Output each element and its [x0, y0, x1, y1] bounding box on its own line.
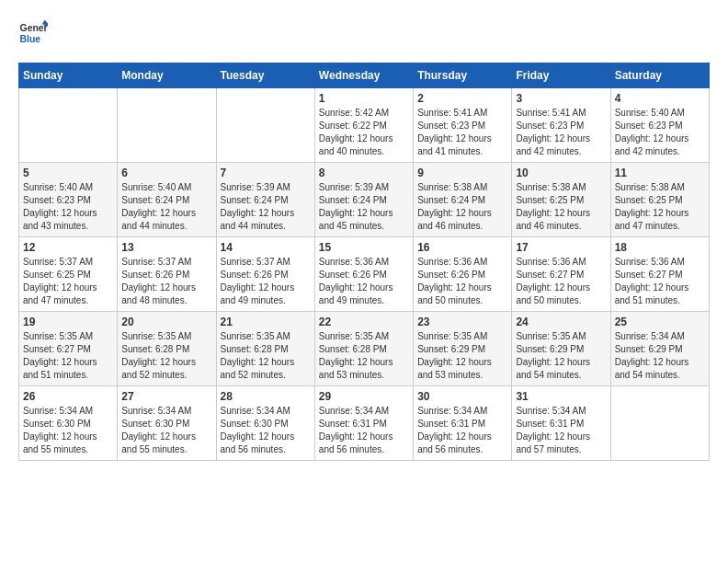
header-day-tuesday: Tuesday: [216, 63, 314, 88]
day-number: 5: [23, 167, 113, 179]
logo: General Blue: [18, 18, 48, 48]
calendar-day-30: 30Sunrise: 5:34 AMSunset: 6:31 PMDayligh…: [414, 386, 512, 461]
logo-icon: General Blue: [18, 18, 48, 48]
calendar-day-1: 1Sunrise: 5:42 AMSunset: 6:22 PMDaylight…: [314, 88, 413, 163]
header-day-wednesday: Wednesday: [314, 63, 413, 88]
calendar-day-13: 13Sunrise: 5:37 AMSunset: 6:26 PMDayligh…: [118, 237, 216, 312]
calendar-week-2: 5Sunrise: 5:40 AMSunset: 6:23 PMDaylight…: [19, 163, 710, 237]
day-number: 28: [221, 390, 311, 403]
calendar-day-22: 22Sunrise: 5:35 AMSunset: 6:28 PMDayligh…: [314, 312, 413, 386]
day-info: Sunrise: 5:40 AMSunset: 6:24 PMDaylight:…: [121, 181, 211, 233]
svg-text:General: General: [20, 23, 48, 33]
page-header: General Blue: [18, 18, 710, 48]
calendar-day-25: 25Sunrise: 5:34 AMSunset: 6:29 PMDayligh…: [610, 312, 709, 386]
header-day-friday: Friday: [512, 63, 610, 88]
calendar-day-29: 29Sunrise: 5:34 AMSunset: 6:31 PMDayligh…: [314, 386, 413, 461]
day-number: 4: [615, 92, 705, 105]
day-info: Sunrise: 5:34 AMSunset: 6:29 PMDaylight:…: [615, 330, 705, 382]
day-info: Sunrise: 5:38 AMSunset: 6:25 PMDaylight:…: [516, 181, 606, 233]
day-info: Sunrise: 5:36 AMSunset: 6:26 PMDaylight:…: [319, 256, 409, 307]
day-info: Sunrise: 5:34 AMSunset: 6:31 PMDaylight:…: [319, 405, 409, 456]
empty-cell: [19, 88, 118, 163]
day-number: 6: [121, 167, 211, 179]
day-number: 25: [615, 316, 705, 328]
day-info: Sunrise: 5:36 AMSunset: 6:27 PMDaylight:…: [615, 256, 705, 307]
day-number: 12: [23, 241, 113, 254]
day-number: 13: [121, 241, 211, 254]
calendar-day-3: 3Sunrise: 5:41 AMSunset: 6:23 PMDaylight…: [512, 88, 610, 163]
calendar-day-19: 19Sunrise: 5:35 AMSunset: 6:27 PMDayligh…: [19, 312, 118, 386]
calendar-day-4: 4Sunrise: 5:40 AMSunset: 6:23 PMDaylight…: [610, 88, 709, 163]
calendar-day-23: 23Sunrise: 5:35 AMSunset: 6:29 PMDayligh…: [414, 312, 512, 386]
calendar-day-6: 6Sunrise: 5:40 AMSunset: 6:24 PMDaylight…: [118, 163, 216, 237]
calendar-day-11: 11Sunrise: 5:38 AMSunset: 6:25 PMDayligh…: [610, 163, 709, 237]
day-info: Sunrise: 5:38 AMSunset: 6:25 PMDaylight:…: [615, 181, 705, 233]
header-day-thursday: Thursday: [414, 63, 512, 88]
svg-text:Blue: Blue: [20, 34, 41, 44]
calendar-day-9: 9Sunrise: 5:38 AMSunset: 6:24 PMDaylight…: [414, 163, 512, 237]
day-number: 8: [319, 167, 409, 179]
day-info: Sunrise: 5:36 AMSunset: 6:27 PMDaylight:…: [516, 256, 606, 307]
header-row: SundayMondayTuesdayWednesdayThursdayFrid…: [19, 63, 710, 88]
day-info: Sunrise: 5:35 AMSunset: 6:27 PMDaylight:…: [23, 330, 113, 382]
calendar-week-1: 1Sunrise: 5:42 AMSunset: 6:22 PMDaylight…: [19, 88, 710, 163]
day-number: 21: [221, 316, 311, 328]
calendar-day-12: 12Sunrise: 5:37 AMSunset: 6:25 PMDayligh…: [19, 237, 118, 312]
calendar-day-20: 20Sunrise: 5:35 AMSunset: 6:28 PMDayligh…: [118, 312, 216, 386]
calendar-week-4: 19Sunrise: 5:35 AMSunset: 6:27 PMDayligh…: [19, 312, 710, 386]
calendar-day-7: 7Sunrise: 5:39 AMSunset: 6:24 PMDaylight…: [216, 163, 314, 237]
calendar-day-21: 21Sunrise: 5:35 AMSunset: 6:28 PMDayligh…: [216, 312, 314, 386]
calendar-day-5: 5Sunrise: 5:40 AMSunset: 6:23 PMDaylight…: [19, 163, 118, 237]
calendar-week-5: 26Sunrise: 5:34 AMSunset: 6:30 PMDayligh…: [19, 386, 710, 461]
calendar-body: 1Sunrise: 5:42 AMSunset: 6:22 PMDaylight…: [19, 88, 710, 461]
day-info: Sunrise: 5:36 AMSunset: 6:26 PMDaylight:…: [417, 256, 507, 307]
calendar-day-8: 8Sunrise: 5:39 AMSunset: 6:24 PMDaylight…: [314, 163, 413, 237]
empty-cell: [610, 386, 709, 461]
calendar-header: SundayMondayTuesdayWednesdayThursdayFrid…: [19, 63, 710, 88]
day-number: 29: [319, 390, 409, 403]
day-info: Sunrise: 5:34 AMSunset: 6:31 PMDaylight:…: [516, 405, 606, 456]
day-number: 2: [417, 92, 507, 105]
day-info: Sunrise: 5:37 AMSunset: 6:26 PMDaylight:…: [221, 256, 311, 307]
day-info: Sunrise: 5:34 AMSunset: 6:30 PMDaylight:…: [221, 405, 311, 456]
day-info: Sunrise: 5:35 AMSunset: 6:28 PMDaylight:…: [221, 330, 311, 382]
calendar-day-24: 24Sunrise: 5:35 AMSunset: 6:29 PMDayligh…: [512, 312, 610, 386]
day-number: 10: [516, 167, 606, 179]
day-number: 1: [319, 92, 409, 105]
calendar-day-27: 27Sunrise: 5:34 AMSunset: 6:30 PMDayligh…: [118, 386, 216, 461]
day-info: Sunrise: 5:40 AMSunset: 6:23 PMDaylight:…: [615, 107, 705, 158]
day-number: 14: [221, 241, 311, 254]
calendar-day-18: 18Sunrise: 5:36 AMSunset: 6:27 PMDayligh…: [610, 237, 709, 312]
calendar-day-17: 17Sunrise: 5:36 AMSunset: 6:27 PMDayligh…: [512, 237, 610, 312]
calendar-day-31: 31Sunrise: 5:34 AMSunset: 6:31 PMDayligh…: [512, 386, 610, 461]
day-info: Sunrise: 5:40 AMSunset: 6:23 PMDaylight:…: [23, 181, 113, 233]
empty-cell: [216, 88, 314, 163]
day-number: 7: [221, 167, 311, 179]
day-info: Sunrise: 5:39 AMSunset: 6:24 PMDaylight:…: [221, 181, 311, 233]
calendar-day-16: 16Sunrise: 5:36 AMSunset: 6:26 PMDayligh…: [414, 237, 512, 312]
header-day-sunday: Sunday: [19, 63, 118, 88]
day-info: Sunrise: 5:42 AMSunset: 6:22 PMDaylight:…: [319, 107, 409, 158]
calendar-day-28: 28Sunrise: 5:34 AMSunset: 6:30 PMDayligh…: [216, 386, 314, 461]
day-info: Sunrise: 5:34 AMSunset: 6:31 PMDaylight:…: [417, 405, 507, 456]
day-number: 30: [417, 390, 507, 403]
day-info: Sunrise: 5:35 AMSunset: 6:28 PMDaylight:…: [319, 330, 409, 382]
day-number: 26: [23, 390, 113, 403]
day-info: Sunrise: 5:34 AMSunset: 6:30 PMDaylight:…: [23, 405, 113, 456]
day-info: Sunrise: 5:37 AMSunset: 6:25 PMDaylight:…: [23, 256, 113, 307]
day-info: Sunrise: 5:35 AMSunset: 6:28 PMDaylight:…: [121, 330, 211, 382]
day-number: 27: [121, 390, 211, 403]
day-number: 11: [615, 167, 705, 179]
day-number: 24: [516, 316, 606, 328]
day-number: 9: [417, 167, 507, 179]
day-number: 15: [319, 241, 409, 254]
day-number: 20: [121, 316, 211, 328]
day-info: Sunrise: 5:37 AMSunset: 6:26 PMDaylight:…: [121, 256, 211, 307]
day-info: Sunrise: 5:34 AMSunset: 6:30 PMDaylight:…: [121, 405, 211, 456]
day-info: Sunrise: 5:39 AMSunset: 6:24 PMDaylight:…: [319, 181, 409, 233]
day-number: 23: [417, 316, 507, 328]
day-number: 31: [516, 390, 606, 403]
day-info: Sunrise: 5:41 AMSunset: 6:23 PMDaylight:…: [516, 107, 606, 158]
empty-cell: [118, 88, 216, 163]
day-number: 22: [319, 316, 409, 328]
